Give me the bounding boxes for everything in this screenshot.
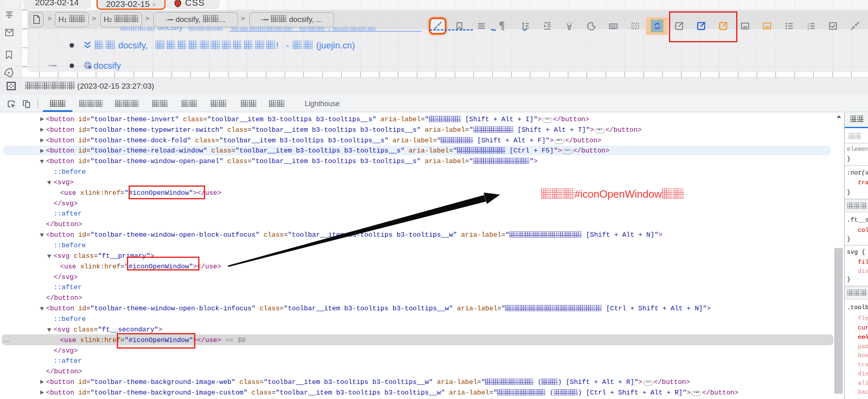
svg-text:3: 3 (807, 27, 809, 31)
